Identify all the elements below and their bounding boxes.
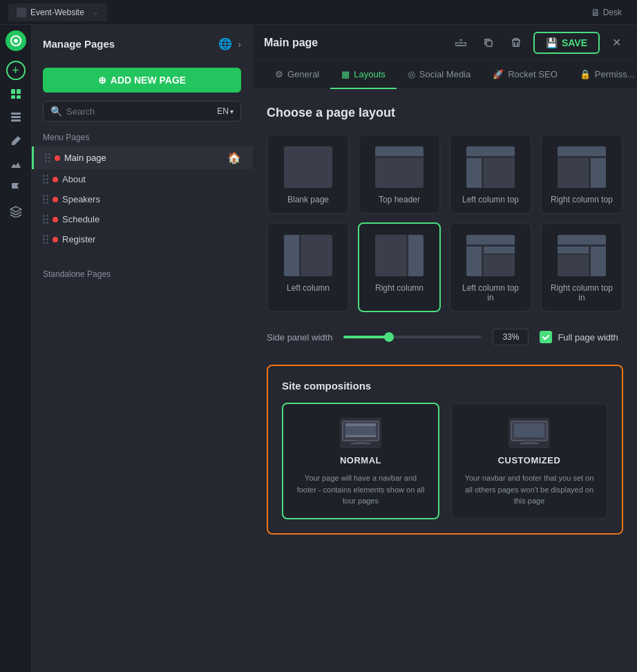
layout-icon[interactable]: [6, 108, 26, 127]
page-name-schedule: Schedule: [62, 214, 241, 224]
comp-name-normal: NORMAL: [340, 455, 381, 465]
standalone-section-label: Standalone Pages: [32, 267, 252, 283]
page-item-about[interactable]: About: [32, 169, 252, 189]
icon-bar: +: [0, 25, 32, 672]
sidebar-expand-icon[interactable]: ›: [238, 39, 241, 50]
comp-card-customized[interactable]: CUSTOMIZED Your navbar and footer that y…: [450, 403, 608, 519]
add-page-label: ADD NEW PAGE: [111, 75, 186, 86]
desktop-tab[interactable]: 🖥 Desk: [584, 4, 629, 21]
page-name-register: Register: [62, 234, 241, 244]
layout-label-blank: Blank page: [287, 195, 329, 204]
tab-social-label: Social Media: [419, 69, 470, 79]
add-page-button[interactable]: ⊕ ADD NEW PAGE: [43, 68, 241, 93]
svg-rect-8: [11, 119, 21, 122]
page-status-dot: [53, 177, 58, 182]
layout-preview-top-header: [375, 146, 424, 188]
page-name-about: About: [62, 174, 241, 184]
duplicate-icon[interactable]: [478, 32, 499, 53]
tabs-bar: ⚙ General ▦ Layouts ◎ Social Media 🚀 Roc…: [253, 61, 637, 89]
main-area: Main page 💾 SAVE ✕: [253, 25, 637, 672]
page-item-speakers[interactable]: Speakers: [32, 189, 252, 209]
drag-handle: [43, 175, 48, 184]
svg-rect-3: [17, 89, 21, 94]
layers-icon[interactable]: [6, 202, 26, 221]
page-item-schedule[interactable]: Schedule: [32, 209, 252, 229]
drag-handle: [43, 215, 48, 224]
tab-rocket-seo[interactable]: 🚀 Rocket SEO: [482, 61, 569, 89]
layout-preview-left-col-top: [466, 146, 515, 188]
tab-perms-label: Permiss...: [595, 69, 635, 79]
svg-rect-2: [11, 89, 15, 94]
layout-label-left-col-top-in: Left column top in: [459, 283, 522, 303]
layout-card-left-col-top-in[interactable]: Left column top in: [449, 222, 532, 312]
flag-icon[interactable]: [6, 178, 26, 198]
full-page-width-row: Full page width: [540, 331, 618, 343]
save-label: SAVE: [562, 37, 587, 48]
tab-permissions[interactable]: 🔒 Permiss...: [569, 61, 637, 89]
lang-select[interactable]: EN ▾: [217, 106, 234, 116]
page-item-main[interactable]: Main page 🏠: [32, 146, 252, 169]
page-status-dot: [53, 197, 58, 202]
analytics-icon[interactable]: [6, 155, 26, 174]
svg-rect-12: [345, 423, 376, 426]
full-page-width-checkbox[interactable]: [540, 331, 552, 343]
comp-card-normal[interactable]: NORMAL Your page will have a navbar and …: [282, 403, 439, 519]
slider-thumb[interactable]: [384, 332, 394, 342]
comp-name-customized: CUSTOMIZED: [498, 455, 561, 465]
sidebar-header: Manage Pages 🌐 ›: [32, 25, 252, 59]
lang-chevron-icon: ▾: [230, 108, 234, 115]
sidebar-title: Manage Pages: [43, 38, 115, 50]
tab-general[interactable]: ⚙ General: [264, 61, 330, 89]
save-button[interactable]: 💾 SAVE: [533, 32, 600, 54]
svg-rect-9: [486, 41, 492, 46]
pages-list: Main page 🏠 About Speak: [32, 146, 252, 249]
tab-layouts[interactable]: ▦ Layouts: [330, 61, 397, 89]
globe-icon[interactable]: 🌐: [218, 37, 232, 50]
link-icon[interactable]: [450, 32, 471, 53]
percent-box[interactable]: 33%: [493, 329, 529, 345]
layout-card-top-header[interactable]: Top header: [358, 134, 441, 214]
page-status-dot: [55, 155, 60, 161]
layout-card-left-col[interactable]: Left column: [267, 222, 350, 312]
layout-label-right-col: Right column: [375, 283, 424, 293]
rocket-icon: 🚀: [493, 69, 504, 79]
app-topbar: Event-Website ⌄ 🖥 Desk: [0, 0, 637, 25]
page-item-register[interactable]: Register: [32, 229, 252, 249]
layout-preview-right-col-top: [558, 146, 606, 188]
svg-rect-7: [11, 116, 21, 118]
search-bar: 🔍 EN ▾: [43, 101, 241, 122]
layout-card-blank[interactable]: Blank page: [267, 134, 350, 214]
layout-card-right-col-top[interactable]: Right column top: [540, 134, 623, 214]
svg-rect-6: [11, 113, 21, 115]
slider-fill: [343, 336, 389, 338]
svg-rect-5: [17, 95, 21, 99]
desktop-label: Desk: [603, 8, 622, 17]
edit-icon[interactable]: [6, 131, 26, 151]
menu-section-label: Menu Pages: [32, 130, 252, 146]
svg-rect-13: [345, 435, 376, 437]
browser-tab[interactable]: Event-Website ⌄: [8, 3, 107, 21]
tab-social-media[interactable]: ◎ Social Media: [397, 61, 482, 89]
page-status-dot: [53, 217, 58, 222]
layout-card-left-col-top[interactable]: Left column top: [449, 134, 532, 214]
drag-handle: [43, 235, 48, 244]
layouts-icon: ▦: [341, 69, 350, 79]
side-panel-slider[interactable]: [343, 336, 482, 338]
layout-card-right-col-top-in[interactable]: Right column top in: [540, 222, 623, 312]
layout-preview-right-col: [375, 235, 424, 276]
logo: [6, 30, 26, 51]
layout-preview-left-col-top-in: [466, 235, 515, 276]
search-input[interactable]: [66, 106, 213, 117]
tab-general-label: General: [287, 69, 319, 79]
comp-icon-normal: [340, 418, 381, 448]
layout-label-right-col-top: Right column top: [551, 195, 613, 204]
full-page-width-label: Full page width: [558, 332, 618, 343]
close-button[interactable]: ✕: [607, 33, 626, 52]
add-content-button[interactable]: +: [6, 61, 26, 80]
drag-handle: [45, 153, 50, 162]
delete-icon[interactable]: [506, 32, 526, 53]
social-icon: ◎: [408, 69, 415, 79]
layout-card-right-col[interactable]: Right column: [358, 222, 441, 312]
gear-icon: ⚙: [275, 69, 283, 79]
pages-icon[interactable]: [6, 84, 26, 104]
